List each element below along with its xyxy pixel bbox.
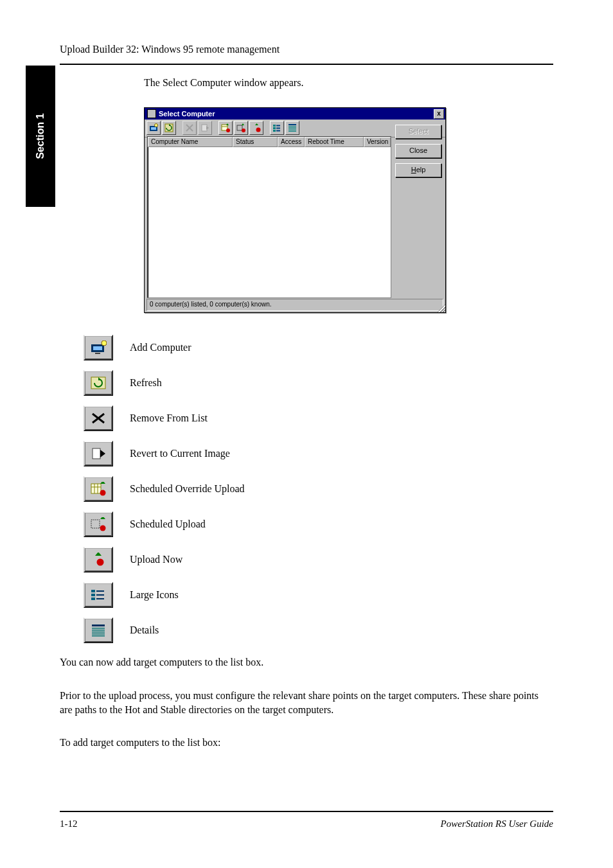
tb-large-icons-icon xyxy=(84,582,113,608)
toolbar-legend: Add Computer Refresh Remove From List Re… xyxy=(84,330,553,648)
svg-rect-47 xyxy=(91,590,95,592)
tb-revert xyxy=(198,121,212,135)
footer-rule xyxy=(60,811,553,812)
tb-schedule-override[interactable] xyxy=(218,121,233,135)
col-version[interactable]: Version xyxy=(364,137,391,147)
tb-schedule-upload[interactable] xyxy=(234,121,248,135)
svg-rect-57 xyxy=(92,633,105,635)
page-number: 1-12 xyxy=(60,819,78,829)
window-icon xyxy=(147,109,156,118)
resize-grip[interactable] xyxy=(436,303,445,312)
svg-marker-46 xyxy=(95,553,102,556)
legend-label: Details xyxy=(130,624,553,636)
select-button: Select xyxy=(395,125,441,139)
svg-rect-55 xyxy=(92,630,105,631)
legend-label: Scheduled Upload xyxy=(130,518,553,530)
svg-rect-39 xyxy=(91,484,101,493)
legend-row: Refresh xyxy=(84,365,553,400)
tb-upload-now-icon xyxy=(84,547,113,572)
header-rule xyxy=(60,64,553,65)
svg-point-10 xyxy=(226,128,230,132)
para-3: To add target computers to the list box: xyxy=(60,736,553,750)
svg-rect-21 xyxy=(273,130,276,132)
computer-list[interactable]: Computer Name Status Access Reboot Time … xyxy=(147,136,391,298)
legend-row: Details xyxy=(84,612,553,648)
legend-label: Large Icons xyxy=(130,589,553,601)
legend-label: Scheduled Override Upload xyxy=(130,483,553,495)
col-computer-name[interactable]: Computer Name xyxy=(148,137,233,147)
close-icon[interactable]: x xyxy=(434,109,444,119)
legend-label: Add Computer xyxy=(130,342,553,353)
col-reboot-time[interactable]: Reboot Time xyxy=(305,137,364,147)
svg-rect-25 xyxy=(289,127,296,128)
svg-marker-8 xyxy=(206,126,209,130)
close-button[interactable]: Close xyxy=(395,144,441,158)
col-access[interactable]: Access xyxy=(278,137,305,147)
legend-row: Upload Now xyxy=(84,542,553,577)
tb-refresh-icon xyxy=(84,370,113,396)
dialog-titlebar: Select Computer x xyxy=(145,108,445,120)
svg-rect-50 xyxy=(96,594,104,596)
svg-rect-22 xyxy=(276,130,280,132)
legend-label: Revert to Current Image xyxy=(130,448,553,459)
svg-rect-12 xyxy=(237,125,242,130)
svg-point-45 xyxy=(97,558,104,565)
tb-schedule-override-icon xyxy=(84,476,113,502)
svg-rect-1 xyxy=(151,127,156,130)
intro-text: The Select Computer window appears. xyxy=(144,76,555,90)
tb-add[interactable] xyxy=(147,121,161,135)
tb-large-icons[interactable] xyxy=(270,121,284,135)
svg-marker-41 xyxy=(100,482,105,484)
svg-rect-42 xyxy=(91,520,100,528)
svg-rect-20 xyxy=(276,128,280,129)
legend-row: Remove From List xyxy=(84,400,553,436)
svg-rect-52 xyxy=(96,598,104,599)
tb-schedule-upload-icon xyxy=(84,511,113,537)
legend-label: Upload Now xyxy=(130,554,553,565)
svg-rect-28 xyxy=(289,131,296,132)
svg-point-13 xyxy=(242,128,245,132)
svg-marker-38 xyxy=(100,450,105,457)
para-1: You can now add target computers to the … xyxy=(60,655,553,669)
legend-label: Remove From List xyxy=(130,412,553,424)
svg-rect-30 xyxy=(93,346,102,350)
svg-rect-18 xyxy=(276,125,280,127)
tb-delete xyxy=(182,121,197,135)
col-status[interactable]: Status xyxy=(233,137,278,147)
para-2: Prior to the upload process, you must co… xyxy=(60,689,553,718)
tb-details-icon xyxy=(84,617,113,643)
svg-rect-26 xyxy=(289,128,296,129)
tb-refresh[interactable] xyxy=(162,121,176,135)
legend-label: Refresh xyxy=(130,377,553,389)
svg-rect-7 xyxy=(202,125,207,131)
svg-rect-17 xyxy=(273,125,276,127)
help-button[interactable]: Help xyxy=(395,163,441,177)
svg-rect-27 xyxy=(289,130,296,130)
svg-rect-51 xyxy=(91,598,95,600)
svg-rect-31 xyxy=(95,353,100,354)
tb-upload-now[interactable] xyxy=(249,121,263,135)
svg-rect-53 xyxy=(92,624,105,626)
svg-rect-23 xyxy=(289,124,296,125)
section-tab: Section 1 xyxy=(26,66,55,207)
svg-rect-49 xyxy=(91,594,95,596)
dialog-title-text: Select Computer xyxy=(159,110,215,118)
tb-details[interactable] xyxy=(285,121,299,135)
svg-rect-48 xyxy=(96,590,104,592)
svg-rect-54 xyxy=(92,628,105,629)
svg-point-43 xyxy=(100,525,106,531)
tb-delete-icon xyxy=(84,405,113,431)
status-bar: 0 computer(s) listed, 0 computer(s) know… xyxy=(147,299,443,311)
svg-rect-37 xyxy=(93,448,100,459)
legend-row: Revert to Current Image xyxy=(84,436,553,471)
svg-marker-16 xyxy=(255,123,258,125)
legend-row: Add Computer xyxy=(84,330,553,365)
svg-rect-19 xyxy=(273,127,276,129)
tb-revert-icon xyxy=(84,441,113,466)
tb-add-icon xyxy=(84,335,113,360)
svg-marker-14 xyxy=(242,123,244,125)
svg-rect-56 xyxy=(92,632,105,633)
running-head: Upload Builder 32: Windows 95 remote man… xyxy=(60,44,280,55)
list-header[interactable]: Computer Name Status Access Reboot Time … xyxy=(148,137,391,147)
svg-point-32 xyxy=(102,341,107,346)
